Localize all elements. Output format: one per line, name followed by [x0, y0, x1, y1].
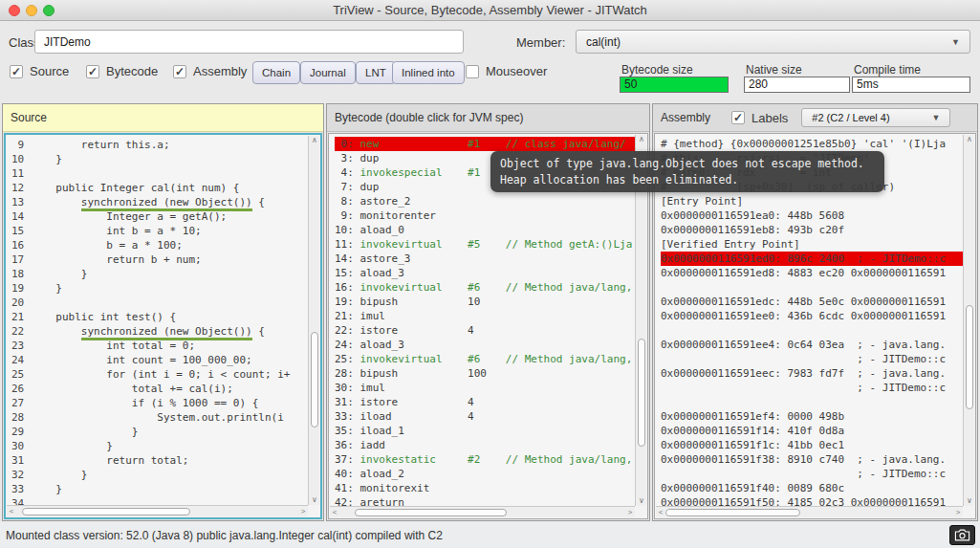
lnt-button[interactable]: LNT — [356, 61, 396, 84]
code-line[interactable]: 11: invokevirtual #5 // Method getA:()Lj… — [335, 237, 635, 252]
code-line[interactable]: 34 — [11, 496, 308, 505]
code-line[interactable]: 32 } — [11, 468, 308, 482]
code-line[interactable]: 0x0000000116591f50: 4185 02c3 0x00000001… — [661, 495, 963, 506]
code-line[interactable]: 10: aload_0 — [335, 223, 635, 237]
code-line[interactable]: 21: imul — [335, 309, 635, 323]
horizontal-scrollbar[interactable]: < > — [656, 506, 963, 517]
code-line[interactable]: 0x0000000116591ef4: 0000 498b — [661, 409, 963, 424]
scrollbar-thumb[interactable] — [638, 339, 645, 447]
code-line[interactable]: 21 public int test() { — [11, 310, 308, 324]
code-line[interactable]: 15: aload_3 — [335, 266, 635, 280]
code-line[interactable]: 10 } — [11, 152, 308, 166]
code-line[interactable]: 9: monitorenter — [335, 208, 635, 223]
code-line[interactable]: 0x0000000116591ed8: 4883 ec20 0x00000001… — [661, 266, 963, 280]
code-line[interactable]: 37: invokestatic #2 // Method java/lang, — [335, 452, 635, 467]
journal-button[interactable]: Journal — [300, 61, 356, 84]
horizontal-scrollbar[interactable]: < > — [330, 506, 635, 517]
code-line[interactable]: 0x0000000116591f40: 0089 680c — [661, 481, 963, 495]
code-line[interactable]: 31 return total; — [11, 453, 308, 468]
code-line[interactable]: 28: bipush 100 — [335, 366, 635, 381]
scroll-down-icon[interactable]: ∨ — [636, 496, 647, 506]
compiler-select[interactable]: #2 (C2 / Level 4) ▼ — [801, 108, 950, 127]
class-input[interactable] — [34, 30, 464, 54]
code-line[interactable]: 31: istore 4 — [335, 395, 635, 409]
code-line[interactable]: ; - JITDemo::c — [661, 467, 963, 481]
scroll-left-icon[interactable]: < — [7, 506, 16, 517]
code-line[interactable]: 33: iload 4 — [335, 409, 635, 424]
code-line[interactable]: 0: new #1 // class java/lang/ — [335, 137, 635, 151]
code-line[interactable]: 29 } — [11, 425, 308, 439]
code-line[interactable]: 30: imul — [335, 381, 635, 395]
code-line[interactable]: 0x0000000116591f38: 8910 c740 ; - java.l… — [661, 452, 963, 467]
scroll-right-icon[interactable]: > — [625, 507, 635, 518]
code-line[interactable]: 25 for (int i = 0; i < count; i+ — [11, 367, 308, 382]
code-line[interactable]: 0x0000000116591ee0: 436b 6cdc 0x00000001… — [661, 309, 963, 323]
code-line[interactable]: 0x0000000116591edc: 448b 5e0c 0x00000001… — [661, 295, 963, 309]
code-line[interactable]: 17 return b + num; — [11, 252, 308, 267]
code-line[interactable]: # {method} {0x00000001251e85b0} 'cal' '(… — [661, 137, 963, 151]
zoom-button[interactable] — [43, 5, 54, 16]
source-checkbox[interactable]: Source — [10, 64, 69, 78]
code-line[interactable]: 0x0000000116591ee4: 0c64 03ea ; - java.l… — [661, 338, 963, 352]
member-select[interactable]: cal(int) ▼ — [576, 30, 970, 54]
code-line[interactable]: 26 total += cal(i); — [11, 382, 308, 396]
vertical-scrollbar[interactable]: ∧ ∨ — [963, 135, 974, 506]
code-line[interactable]: 0x0000000116591f1c: 41bb 0ec1 — [661, 438, 963, 452]
scroll-down-icon[interactable]: ∨ — [309, 495, 320, 505]
code-line[interactable]: 14: astore_3 — [335, 252, 635, 266]
code-line[interactable]: 0x0000000116591ed0: 896c 2400 ; - JITDem… — [661, 252, 963, 266]
code-line[interactable]: 16 b = a * 100; — [11, 238, 308, 252]
code-line[interactable]: ; - JITDemo::c — [661, 352, 963, 366]
scrollbar-thumb[interactable] — [665, 509, 800, 516]
code-line[interactable]: 16: invokevirtual #6 // Method java/lang… — [335, 280, 635, 295]
code-line[interactable]: 18 } — [11, 267, 308, 281]
chain-button[interactable]: Chain — [252, 61, 300, 84]
code-line[interactable]: 24: aload_3 — [335, 338, 635, 352]
code-line[interactable]: 19: bipush 10 — [335, 295, 635, 309]
code-line[interactable]: 23 int total = 0; — [11, 339, 308, 353]
code-line[interactable]: 0x0000000116591eec: 7983 fd7f ; - java.l… — [661, 366, 963, 381]
code-line[interactable]: 15 int b = a * 10; — [11, 224, 308, 238]
code-line[interactable]: 12 public Integer cal(int num) { — [11, 181, 308, 195]
code-line[interactable]: 35: iload_1 — [335, 424, 635, 438]
code-line[interactable]: 0x0000000116591f14: 410f 0d8a — [661, 424, 963, 438]
scrollbar-thumb[interactable] — [355, 509, 508, 516]
code-line[interactable]: 24 int count = 100_000_00; — [11, 353, 308, 367]
code-line[interactable]: ; - JITDemo::c — [661, 381, 963, 395]
labels-checkbox[interactable]: Labels — [731, 111, 788, 125]
minimize-button[interactable] — [26, 5, 37, 16]
vertical-scrollbar[interactable]: ∧ ∨ — [308, 136, 319, 505]
code-line[interactable] — [661, 280, 963, 295]
scroll-left-icon[interactable]: < — [330, 507, 339, 518]
code-line[interactable]: 9 return this.a; — [11, 138, 308, 152]
code-line[interactable]: 41: monitorexit — [335, 481, 635, 495]
scroll-up-icon[interactable]: ∧ — [964, 135, 975, 144]
code-line[interactable]: 30 } — [11, 439, 308, 453]
code-line[interactable]: 22 synchronized (new Object()) { — [11, 324, 308, 339]
code-line[interactable]: 8: astore_2 — [335, 194, 635, 208]
code-line[interactable]: 42: areturn — [335, 495, 635, 506]
code-line[interactable]: 27 if (i % 1000 == 0) { — [11, 396, 308, 410]
code-line[interactable]: 14 Integer a = getA(); — [11, 209, 308, 224]
scroll-down-icon[interactable]: ∨ — [964, 496, 975, 506]
code-line[interactable]: 0x0000000116591ea0: 448b 5608 — [661, 208, 963, 223]
scrollbar-thumb[interactable] — [311, 332, 318, 427]
code-line[interactable]: [Verified Entry Point] — [661, 237, 963, 252]
code-line[interactable]: 20 — [11, 296, 308, 310]
code-line[interactable]: [Entry Point] — [661, 194, 963, 208]
source-code-list[interactable]: 9 return this.a;10 }11 12 public Integer… — [7, 136, 308, 505]
code-line[interactable]: 13 synchronized (new Object()) { — [11, 195, 308, 209]
scroll-right-icon[interactable]: > — [298, 506, 308, 517]
code-line[interactable]: 11 — [11, 166, 308, 181]
code-line[interactable]: 19 } — [11, 281, 308, 296]
code-line[interactable]: 28 System.out.println(i — [11, 410, 308, 425]
mouseover-checkbox[interactable]: Mouseover — [466, 64, 547, 78]
code-line[interactable]: 22: istore 4 — [335, 323, 635, 338]
screenshot-button[interactable] — [949, 525, 975, 545]
code-line[interactable] — [661, 395, 963, 409]
inlined-into-button[interactable]: Inlined into — [392, 61, 465, 84]
bytecode-checkbox[interactable]: Bytecode — [86, 64, 158, 78]
scroll-up-icon[interactable]: ∧ — [309, 136, 320, 145]
scroll-right-icon[interactable]: > — [953, 507, 963, 518]
assembly-checkbox[interactable]: Assembly — [173, 64, 247, 78]
